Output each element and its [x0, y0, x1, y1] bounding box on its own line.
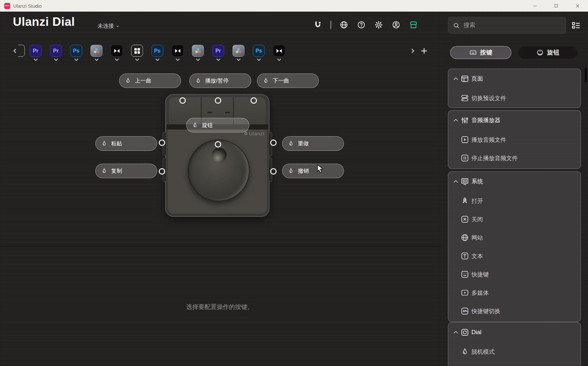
app-chevron-down-icon[interactable]: [175, 58, 180, 61]
system-monitor-icon: [460, 177, 469, 186]
toolbar-app-2-premiere[interactable]: Pr: [50, 45, 62, 63]
action-item[interactable]: 切换预设文件: [448, 89, 581, 107]
binding-pill[interactable]: 下一曲: [257, 73, 319, 88]
binding-pill-label: 重做: [298, 140, 309, 147]
window-title: Ulanzi Studio: [13, 3, 42, 9]
toolbar-app-8-capcut[interactable]: [172, 45, 184, 63]
binding-pill[interactable]: 上一曲: [119, 73, 181, 88]
close-button[interactable]: [567, 0, 588, 12]
binding-pill[interactable]: 撤销: [282, 164, 344, 178]
ulanzi-logo-button[interactable]: [313, 20, 323, 30]
add-profile-button[interactable]: [420, 47, 428, 55]
action-item[interactable]: 停止播放音频文件: [448, 149, 581, 167]
toolbar-app-6-appgrid[interactable]: [131, 45, 143, 63]
action-item[interactable]: 网站: [448, 228, 581, 247]
app-chevron-down-icon[interactable]: [135, 58, 140, 61]
binding-pill[interactable]: 播放/暂停: [189, 73, 251, 88]
section-header[interactable]: 系统: [448, 176, 581, 187]
maximize-button[interactable]: [545, 0, 567, 12]
tab-keys[interactable]: 按键: [450, 46, 511, 59]
section-header[interactable]: Dial: [448, 326, 581, 338]
settings-button[interactable]: [374, 20, 384, 30]
app-chevron-down-icon[interactable]: [53, 58, 59, 61]
tab-label: 按键: [480, 48, 492, 57]
plus-icon: [420, 47, 428, 55]
action-item[interactable]: 快捷键切换: [448, 302, 581, 320]
search-box[interactable]: [448, 17, 566, 34]
section-header[interactable]: 页面: [448, 73, 581, 84]
toolbar-app-12-photoshop[interactable]: Ps: [253, 45, 265, 63]
minimize-icon: [533, 4, 537, 8]
action-item[interactable]: 打开: [448, 192, 581, 210]
premiere-app-icon: Pr: [30, 45, 42, 57]
action-item-label: 网站: [471, 234, 483, 242]
toolbar-partial-app-icon[interactable]: [18, 45, 25, 57]
section-card: Dial 脱机模式: [448, 322, 581, 366]
list-view-icon: [571, 21, 581, 30]
photoshop-app-icon: Ps: [253, 45, 265, 57]
action-item[interactable]: 快捷键: [448, 265, 581, 284]
store-button[interactable]: [409, 20, 418, 30]
action-item[interactable]: 多媒体: [448, 284, 581, 302]
premiere-app-icon: Pr: [212, 45, 224, 57]
app-chevron-down-icon[interactable]: [33, 58, 38, 61]
app-chevron-down-icon[interactable]: [94, 58, 99, 61]
sidebar-scrollbar-thumb[interactable]: [585, 68, 587, 82]
toolbar-scroll-left-button[interactable]: [12, 47, 19, 55]
chevron-left-icon: [12, 47, 19, 55]
app-chevron-down-icon[interactable]: [256, 58, 261, 61]
toolbar-app-13-capcut[interactable]: [273, 45, 285, 63]
search-input[interactable]: [463, 22, 561, 29]
toolbar-app-10-premiere[interactable]: Pr: [212, 45, 224, 63]
connection-status-dropdown[interactable]: 未连接: [98, 22, 120, 30]
action-item[interactable]: 文本: [448, 247, 581, 265]
action-item[interactable]: 播放音频文件: [448, 130, 581, 149]
davinci-app-icon: [192, 45, 204, 57]
chevron-up-icon: [452, 178, 460, 185]
knob-dimple: [212, 148, 227, 162]
action-item[interactable]: 脱机模式: [448, 342, 581, 361]
toolbar-app-9-davinci[interactable]: [192, 45, 204, 63]
play-file-icon: [460, 135, 469, 144]
minimize-button[interactable]: [524, 0, 545, 12]
list-view-button[interactable]: [570, 20, 582, 31]
app-chevron-down-icon[interactable]: [195, 58, 201, 61]
app-chevron-down-icon[interactable]: [236, 58, 241, 61]
app-chevron-down-icon[interactable]: [155, 58, 160, 61]
toolbar-app-1-premiere[interactable]: Pr: [30, 45, 42, 63]
toolbar-app-5-capcut[interactable]: [111, 45, 123, 63]
section-header[interactable]: 音频播放器: [448, 114, 581, 126]
app-chevron-down-icon[interactable]: [74, 58, 79, 61]
globe-icon: [460, 233, 469, 242]
toolbar-scroll-right-button[interactable]: [409, 47, 416, 55]
connector-ring: [159, 140, 165, 146]
section-title: 页面: [471, 75, 483, 82]
binding-pill[interactable]: 复制: [95, 164, 157, 178]
audio-sliders-icon: [460, 116, 469, 125]
capcut-app-icon: [273, 45, 285, 57]
action-item[interactable]: 关闭: [448, 210, 581, 228]
photoshop-app-icon: Ps: [151, 45, 163, 57]
titlebar: ulanzi Ulanzi Studio: [0, 0, 588, 12]
binding-pill-label: 旋钮: [202, 121, 213, 129]
globe-button[interactable]: [339, 20, 349, 30]
help-button[interactable]: [356, 20, 366, 30]
action-item-label: 停止播放音频文件: [471, 154, 518, 162]
app-chevron-down-icon[interactable]: [216, 58, 221, 61]
header-divider: [330, 21, 331, 29]
dial-device: Ulanzi: [165, 94, 270, 217]
capcut-icon: [112, 46, 121, 55]
app-chevron-down-icon[interactable]: [114, 58, 119, 61]
toolbar-app-7-photoshop[interactable]: Ps: [151, 45, 163, 63]
binding-pill[interactable]: 重做: [282, 136, 344, 151]
toolbar-app-4-davinci[interactable]: [90, 45, 102, 63]
device-knob[interactable]: [188, 140, 250, 201]
binding-pill[interactable]: 粘贴: [95, 136, 157, 151]
action-sidebar: 按键 旋钮 页面 切换预设文件 音频播放器: [440, 12, 588, 366]
toolbar-app-11-davinci[interactable]: [232, 45, 244, 63]
account-button[interactable]: [391, 20, 401, 30]
binding-pill[interactable]: 旋钮: [186, 118, 249, 132]
toolbar-app-3-photoshop[interactable]: Ps: [70, 45, 82, 63]
tab-knob[interactable]: 旋钮: [518, 46, 578, 59]
app-chevron-down-icon[interactable]: [277, 58, 282, 61]
